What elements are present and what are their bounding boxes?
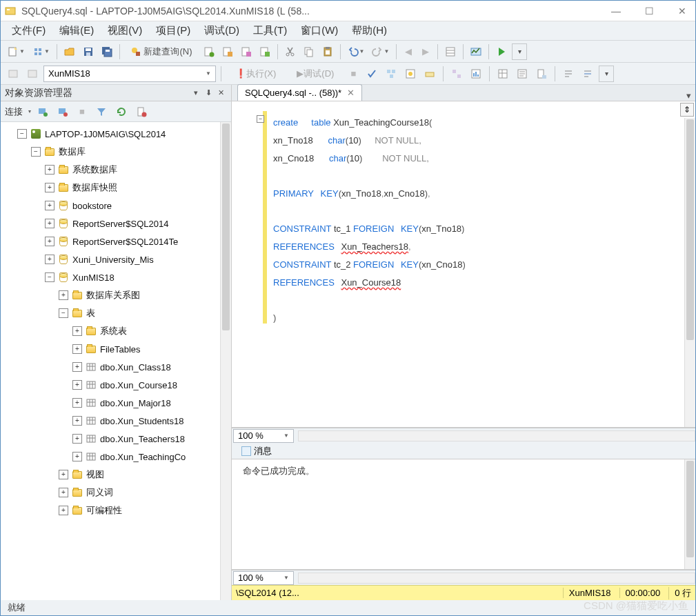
tree-toggle[interactable]: + [59,290,68,300]
include-stats-button[interactable] [468,66,484,82]
messages-tab[interactable]: 消息 [236,444,277,459]
tree-node[interactable]: +视图 [1,466,231,484]
overflow-button-2[interactable]: ▾ [599,66,614,82]
tree-toggle[interactable]: + [72,380,82,390]
tree-toggle[interactable]: − [45,272,54,282]
nav-fwd-button[interactable]: ▶ [418,43,433,60]
save-all-button[interactable] [99,43,115,60]
tree-node[interactable]: −XunMIS18 [1,268,231,286]
intellisense-button[interactable] [421,66,438,82]
tree-toggle[interactable]: + [45,201,54,210]
chevron-down-icon[interactable]: ▾ [28,108,31,115]
tree-node[interactable]: +同义词 [1,484,231,501]
menu-item[interactable]: 编辑(E) [52,21,101,40]
tree-toggle[interactable]: + [59,470,68,479]
tree-node[interactable]: +dbo.Xun_TeachingCo [1,448,231,466]
tree-toggle[interactable]: + [72,362,82,372]
messages-zoom-select[interactable]: 100 %▼ [233,571,294,585]
uncomment-button[interactable] [579,66,596,82]
tree-node[interactable]: +dbo.Xun_Teachers18 [1,430,231,448]
disconnect-button[interactable] [24,66,41,82]
redo-button[interactable]: ▼ [369,43,392,60]
change-conn-button[interactable] [5,66,21,82]
overflow-button[interactable]: ▾ [512,43,527,60]
menu-item[interactable]: 窗口(W) [294,21,345,40]
tree-toggle[interactable]: + [72,452,82,461]
tree-toggle[interactable]: + [59,506,68,515]
tree-node[interactable]: +dbo.Xun_Course18 [1,376,231,394]
tree-node[interactable]: +系统数据库 [1,161,231,179]
panel-dropdown-button[interactable]: ▾ [190,88,202,97]
panel-pin-button[interactable]: ⬇ [202,88,215,97]
include-plan-button[interactable] [448,66,465,82]
tree-toggle[interactable]: + [72,416,82,426]
tree-node[interactable]: −数据库 [1,143,231,161]
messages-scrollbar[interactable] [684,459,695,569]
fold-toggle[interactable]: − [257,115,264,123]
connect-label[interactable]: 连接 [5,106,23,118]
messages-body[interactable]: 命令已成功完成。 [232,459,695,570]
disconnect-server-button[interactable] [54,103,71,120]
tree-node[interactable]: +Xuni_University_Mis [1,250,231,268]
editor-scrollbar[interactable] [684,118,695,427]
close-button[interactable]: ✕ [672,4,693,18]
open-button[interactable] [61,43,78,60]
start-button[interactable] [493,43,510,60]
tree-toggle[interactable]: + [72,326,82,336]
tree-toggle[interactable]: − [31,147,41,157]
results-text-button[interactable] [514,66,530,82]
results-grid-button[interactable] [495,66,511,82]
new-project-button[interactable]: ▼ [5,43,28,60]
menu-item[interactable]: 调试(D) [197,21,246,40]
tree-node[interactable]: +dbo.Xun_Students18 [1,412,231,430]
undo-button[interactable]: ▼ [345,43,368,60]
filter-button[interactable] [93,103,110,120]
delete-button[interactable] [133,103,150,120]
tree-toggle[interactable]: + [72,344,82,354]
tree-toggle[interactable]: + [45,237,54,246]
script-mdx-button[interactable] [219,43,236,60]
stop-button-2[interactable]: ■ [74,103,90,120]
maximize-button[interactable]: ☐ [639,4,659,18]
tree-node[interactable]: +dbo.Xun_Class18 [1,358,231,376]
script-db-button[interactable] [201,43,217,60]
sql-code[interactable]: create table Xun_TeachingCourse18( xn_Tn… [273,114,466,327]
new-file-button[interactable]: ▼ [30,43,52,60]
tree-toggle[interactable]: + [45,255,54,264]
debug-button[interactable]: ▶ 调试(D) [288,66,343,82]
tree-toggle[interactable]: − [17,129,27,139]
save-button[interactable] [80,43,97,60]
script-dmx-button[interactable] [238,43,255,60]
tree-node[interactable]: +数据库关系图 [1,286,231,304]
tree-toggle[interactable]: − [59,308,68,318]
tree-node[interactable]: −表 [1,304,231,322]
results-file-button[interactable] [533,66,550,82]
tree-node[interactable]: +ReportServer$SQL2014Te [1,232,231,250]
zoom-select[interactable]: 100 %▼ [233,429,294,443]
tab-overflow-button[interactable]: ▾ [682,90,695,101]
database-select[interactable]: XunMIS18 ▼ [43,66,216,82]
parse-button[interactable] [364,66,380,82]
tree-node[interactable]: +系统表 [1,322,231,340]
sql-editor[interactable]: − ⇕ create table Xun_TeachingCourse18( x… [232,101,695,428]
new-query-button[interactable]: 新建查询(N) [124,43,199,60]
document-tab-active[interactable]: SQLQuery4.sql -.. (58))* ✕ [237,84,362,101]
refresh-button[interactable] [113,103,130,120]
tree-toggle[interactable]: + [45,165,54,175]
messages-hscroll[interactable] [298,573,695,584]
tree-node[interactable]: +数据库快照 [1,179,231,197]
tree-toggle[interactable]: + [72,398,82,408]
menu-item[interactable]: 帮助(H) [345,21,394,40]
tree-toggle[interactable]: + [72,434,82,444]
tree-toggle[interactable]: + [59,488,68,497]
activity-button[interactable] [468,43,484,60]
tab-close-button[interactable]: ✕ [347,88,355,98]
tree-node[interactable]: +FileTables [1,340,231,358]
panel-close-button[interactable]: ✕ [215,88,227,97]
script-xmla-button[interactable] [257,43,273,60]
comment-button[interactable] [560,66,577,82]
tree-node[interactable]: +可编程性 [1,501,231,519]
tree-node[interactable]: +dbo.Xun_Major18 [1,394,231,412]
menu-item[interactable]: 文件(F) [5,21,52,40]
execute-button[interactable]: ❗ 执行(X) [226,66,285,82]
